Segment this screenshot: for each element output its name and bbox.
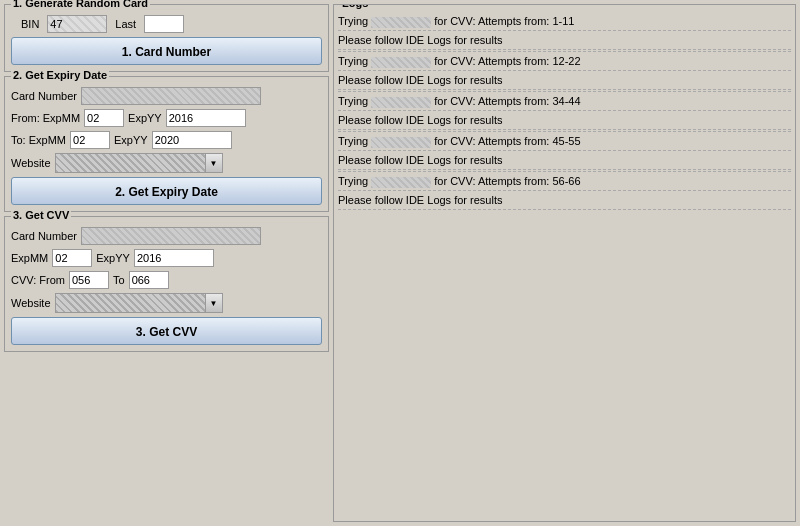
log-divider xyxy=(338,70,791,71)
cvv-from-input[interactable] xyxy=(69,271,109,289)
section3-expyy-input[interactable] xyxy=(134,249,214,267)
last-label: Last xyxy=(115,18,136,30)
from-expyy-input[interactable] xyxy=(166,109,246,127)
log-blur xyxy=(371,57,431,68)
section2-box: 2. Get Expiry Date Card Number From: Exp… xyxy=(4,76,329,212)
section3-card-label: Card Number xyxy=(11,230,77,242)
log-divider xyxy=(338,169,791,170)
log-line: Trying for CVV: Attempts from: 12-22 xyxy=(338,53,791,69)
to-expmm-input[interactable] xyxy=(70,131,110,149)
from-expmm-label: From: ExpMM xyxy=(11,112,80,124)
from-expmm-row: From: ExpMM ExpYY xyxy=(11,109,322,127)
get-cvv-button[interactable]: 3. Get CVV xyxy=(11,317,322,345)
cvv-to-input[interactable] xyxy=(129,271,169,289)
log-divider xyxy=(338,190,791,191)
log-blur xyxy=(371,177,431,188)
left-panel: 1. Generate Random Card BIN Last 1. Card… xyxy=(4,4,329,522)
log-divider xyxy=(338,150,791,151)
log-line: Please follow IDE Logs for results xyxy=(338,112,791,128)
cvv-from-label: CVV: From xyxy=(11,274,65,286)
section3-expmm-input[interactable] xyxy=(52,249,92,267)
log-line: Please follow IDE Logs for results xyxy=(338,72,791,88)
from-expyy-label: ExpYY xyxy=(128,112,162,124)
bin-row: BIN Last xyxy=(21,15,322,33)
section3-dropdown-arrow[interactable]: ▼ xyxy=(205,293,223,313)
log-separator xyxy=(338,171,791,172)
section3-website-blur xyxy=(55,293,205,313)
section3-expmm-label: ExpMM xyxy=(11,252,48,264)
log-divider xyxy=(338,30,791,31)
to-expmm-row: To: ExpMM ExpYY xyxy=(11,131,322,149)
log-line: Trying for CVV: Attempts from: 1-11 xyxy=(338,13,791,29)
section2-card-label: Card Number xyxy=(11,90,77,102)
log-divider xyxy=(338,209,791,210)
cvv-to-label: To xyxy=(113,274,125,286)
log-separator xyxy=(338,91,791,92)
bin-input[interactable] xyxy=(47,15,107,33)
logs-content: Trying for CVV: Attempts from: 1-11Pleas… xyxy=(334,11,795,519)
log-line: Please follow IDE Logs for results xyxy=(338,152,791,168)
get-expiry-button[interactable]: 2. Get Expiry Date xyxy=(11,177,322,205)
log-line: Trying for CVV: Attempts from: 56-66 xyxy=(338,173,791,189)
cvv-row: CVV: From To xyxy=(11,271,322,289)
section1-box: 1. Generate Random Card BIN Last 1. Card… xyxy=(4,4,329,72)
section1-content: BIN Last 1. Card Number xyxy=(11,15,322,65)
section3-website-select-container: ▼ xyxy=(55,293,223,313)
logs-title: Logs xyxy=(340,4,370,9)
log-line: Trying for CVV: Attempts from: 45-55 xyxy=(338,133,791,149)
log-line: Please follow IDE Logs for results xyxy=(338,32,791,48)
section3-expyy-label: ExpYY xyxy=(96,252,130,264)
section2-card-input[interactable] xyxy=(81,87,261,105)
log-line: Trying for CVV: Attempts from: 34-44 xyxy=(338,93,791,109)
main-container: 1. Generate Random Card BIN Last 1. Card… xyxy=(0,0,800,526)
section3-website-row: Website ▼ xyxy=(11,293,322,313)
section3-box: 3. Get CVV Card Number ExpMM ExpYY CVV: … xyxy=(4,216,329,352)
log-line: Please follow IDE Logs for results xyxy=(338,192,791,208)
log-divider xyxy=(338,49,791,50)
section2-card-row: Card Number xyxy=(11,87,322,105)
section2-website-select-container: ▼ xyxy=(55,153,223,173)
section3-website-label: Website xyxy=(11,297,51,309)
section3-expmm-row: ExpMM ExpYY xyxy=(11,249,322,267)
right-panel: Logs Trying for CVV: Attempts from: 1-11… xyxy=(333,4,796,522)
log-divider xyxy=(338,89,791,90)
section3-card-input[interactable] xyxy=(81,227,261,245)
generate-card-button[interactable]: 1. Card Number xyxy=(11,37,322,65)
to-expyy-label: ExpYY xyxy=(114,134,148,146)
log-blur xyxy=(371,97,431,108)
to-expyy-input[interactable] xyxy=(152,131,232,149)
bin-label: BIN xyxy=(21,18,39,30)
section2-website-label: Website xyxy=(11,157,51,169)
to-expmm-label: To: ExpMM xyxy=(11,134,66,146)
log-blur xyxy=(371,17,431,28)
section2-title: 2. Get Expiry Date xyxy=(11,69,109,81)
logs-box: Logs Trying for CVV: Attempts from: 1-11… xyxy=(333,4,796,522)
log-divider xyxy=(338,129,791,130)
from-expmm-input[interactable] xyxy=(84,109,124,127)
section3-content: Card Number ExpMM ExpYY CVV: From To W xyxy=(11,227,322,345)
section2-content: Card Number From: ExpMM ExpYY To: ExpMM … xyxy=(11,87,322,205)
section2-website-row: Website ▼ xyxy=(11,153,322,173)
log-divider xyxy=(338,110,791,111)
log-blur xyxy=(371,137,431,148)
section1-title: 1. Generate Random Card xyxy=(11,0,150,9)
section3-card-row: Card Number xyxy=(11,227,322,245)
log-separator xyxy=(338,131,791,132)
last-input[interactable] xyxy=(144,15,184,33)
log-separator xyxy=(338,51,791,52)
section2-website-blur xyxy=(55,153,205,173)
section2-dropdown-arrow[interactable]: ▼ xyxy=(205,153,223,173)
section3-title: 3. Get CVV xyxy=(11,209,71,221)
